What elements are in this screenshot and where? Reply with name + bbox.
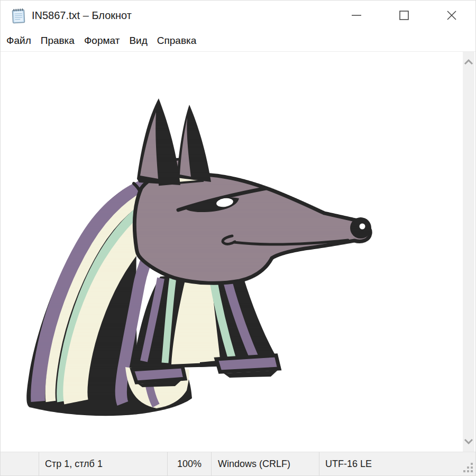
resize-grip-icon[interactable] xyxy=(462,462,474,473)
status-line-ending: Windows (CRLF) xyxy=(211,452,319,475)
jackal-head xyxy=(134,98,371,283)
menu-view[interactable]: Вид xyxy=(124,32,152,49)
vertical-scrollbar[interactable] xyxy=(463,52,474,452)
chest xyxy=(132,270,279,387)
right-hem xyxy=(216,355,279,372)
minimize-icon xyxy=(351,10,362,21)
menu-help[interactable]: Справка xyxy=(152,32,202,49)
chevron-down-icon[interactable] xyxy=(464,438,473,444)
notepad-icon xyxy=(11,7,27,24)
status-zoom-level: 100% xyxy=(167,452,211,475)
maximize-button[interactable] xyxy=(380,1,428,30)
chevron-up-icon[interactable] xyxy=(464,59,473,65)
status-spacer xyxy=(1,452,39,475)
menu-file[interactable]: Файл xyxy=(2,32,36,49)
status-cursor-position: Стр 1, стлб 1 xyxy=(39,452,167,475)
face xyxy=(134,172,370,283)
statusbar: Стр 1, стлб 1 100% Windows (CRLF) UTF-16… xyxy=(1,452,475,475)
nostril xyxy=(360,224,365,230)
menubar: Файл Правка Формат Вид Справка xyxy=(1,30,475,52)
titlebar[interactable]: IN5867.txt – Блокнот xyxy=(1,1,475,30)
left-hem xyxy=(132,367,185,382)
edit-area[interactable] xyxy=(1,52,475,452)
menu-format[interactable]: Формат xyxy=(79,32,125,49)
anubis-artwork xyxy=(1,52,463,452)
close-button[interactable] xyxy=(428,1,475,30)
close-icon xyxy=(446,10,457,21)
notepad-window: IN5867.txt – Блокнот Файл Правка xyxy=(0,0,476,476)
menu-edit[interactable]: Правка xyxy=(36,32,79,49)
maximize-icon xyxy=(398,10,410,21)
minimize-button[interactable] xyxy=(333,1,380,30)
window-title: IN5867.txt – Блокнот xyxy=(32,10,132,22)
window-controls xyxy=(333,1,475,30)
status-encoding: UTF-16 LE xyxy=(319,452,475,475)
